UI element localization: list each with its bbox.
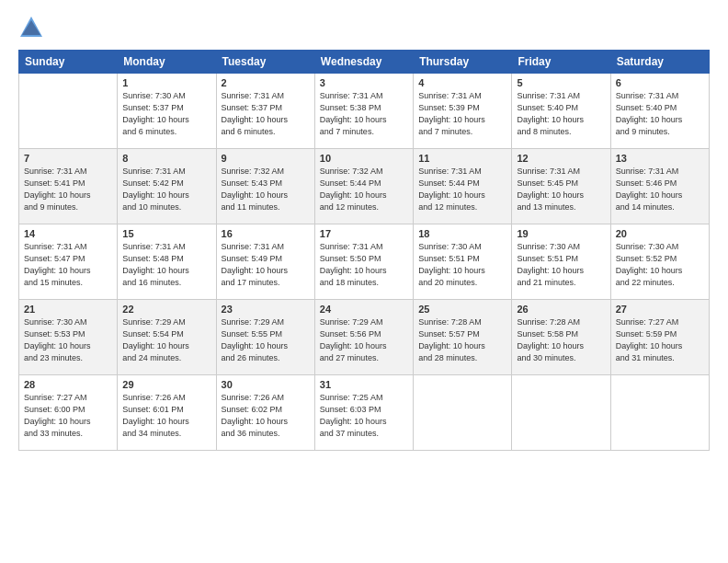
logo-icon bbox=[18, 15, 44, 40]
cell-info: Sunrise: 7:25 AM Sunset: 6:03 PM Dayligh… bbox=[320, 392, 408, 440]
cell-info: Sunrise: 7:31 AM Sunset: 5:39 PM Dayligh… bbox=[418, 90, 506, 138]
day-number: 8 bbox=[122, 153, 210, 164]
day-number: 7 bbox=[24, 153, 112, 164]
cell-info: Sunrise: 7:27 AM Sunset: 5:59 PM Dayligh… bbox=[616, 316, 704, 364]
weekday-header: Monday bbox=[118, 51, 216, 74]
day-number: 10 bbox=[320, 153, 408, 164]
day-number: 2 bbox=[222, 77, 310, 88]
cell-info: Sunrise: 7:31 AM Sunset: 5:49 PM Dayligh… bbox=[222, 241, 310, 289]
day-number: 13 bbox=[616, 153, 704, 164]
cell-info: Sunrise: 7:31 AM Sunset: 5:46 PM Dayligh… bbox=[616, 166, 704, 213]
day-number: 23 bbox=[222, 304, 310, 315]
weekday-header: Saturday bbox=[610, 51, 709, 74]
cell-info: Sunrise: 7:31 AM Sunset: 5:40 PM Dayligh… bbox=[616, 90, 704, 138]
header-row: SundayMondayTuesdayWednesdayThursdayFrid… bbox=[19, 51, 710, 74]
day-number: 11 bbox=[418, 153, 506, 164]
cell-info: Sunrise: 7:31 AM Sunset: 5:45 PM Dayligh… bbox=[517, 166, 605, 213]
weekday-header: Wednesday bbox=[314, 51, 413, 74]
calendar-cell: 27Sunrise: 7:27 AM Sunset: 5:59 PM Dayli… bbox=[610, 300, 709, 375]
cell-info: Sunrise: 7:31 AM Sunset: 5:47 PM Dayligh… bbox=[24, 241, 112, 289]
weekday-header: Sunday bbox=[19, 51, 118, 74]
calendar-cell: 18Sunrise: 7:30 AM Sunset: 5:51 PM Dayli… bbox=[414, 224, 512, 300]
calendar-cell: 28Sunrise: 7:27 AM Sunset: 6:00 PM Dayli… bbox=[19, 375, 118, 451]
calendar-cell: 23Sunrise: 7:29 AM Sunset: 5:55 PM Dayli… bbox=[216, 300, 314, 375]
calendar-cell: 30Sunrise: 7:26 AM Sunset: 6:02 PM Dayli… bbox=[216, 375, 314, 451]
calendar-cell: 2Sunrise: 7:31 AM Sunset: 5:37 PM Daylig… bbox=[216, 74, 314, 149]
weekday-header: Thursday bbox=[414, 51, 512, 74]
calendar-cell: 20Sunrise: 7:30 AM Sunset: 5:52 PM Dayli… bbox=[610, 224, 709, 300]
cell-info: Sunrise: 7:31 AM Sunset: 5:38 PM Dayligh… bbox=[320, 90, 408, 138]
calendar-cell: 24Sunrise: 7:29 AM Sunset: 5:56 PM Dayli… bbox=[314, 300, 413, 375]
calendar-cell: 9Sunrise: 7:32 AM Sunset: 5:43 PM Daylig… bbox=[216, 149, 314, 224]
calendar-week-row: 7Sunrise: 7:31 AM Sunset: 5:41 PM Daylig… bbox=[19, 149, 710, 224]
cell-info: Sunrise: 7:31 AM Sunset: 5:40 PM Dayligh… bbox=[517, 90, 605, 138]
cell-info: Sunrise: 7:30 AM Sunset: 5:37 PM Dayligh… bbox=[122, 90, 210, 138]
calendar-week-row: 1Sunrise: 7:30 AM Sunset: 5:37 PM Daylig… bbox=[19, 74, 710, 149]
calendar-week-row: 21Sunrise: 7:30 AM Sunset: 5:53 PM Dayli… bbox=[19, 300, 710, 375]
calendar-cell: 17Sunrise: 7:31 AM Sunset: 5:50 PM Dayli… bbox=[314, 224, 413, 300]
cell-info: Sunrise: 7:26 AM Sunset: 6:02 PM Dayligh… bbox=[222, 392, 310, 440]
cell-info: Sunrise: 7:31 AM Sunset: 5:48 PM Dayligh… bbox=[122, 241, 210, 289]
calendar-cell: 12Sunrise: 7:31 AM Sunset: 5:45 PM Dayli… bbox=[512, 149, 610, 224]
page: SundayMondayTuesdayWednesdayThursdayFrid… bbox=[0, 0, 728, 563]
cell-info: Sunrise: 7:30 AM Sunset: 5:53 PM Dayligh… bbox=[24, 316, 112, 364]
day-number: 26 bbox=[517, 304, 605, 315]
calendar-cell: 6Sunrise: 7:31 AM Sunset: 5:40 PM Daylig… bbox=[610, 74, 709, 149]
day-number: 6 bbox=[616, 77, 704, 88]
svg-marker-1 bbox=[22, 20, 40, 35]
cell-info: Sunrise: 7:31 AM Sunset: 5:42 PM Dayligh… bbox=[122, 166, 210, 213]
cell-info: Sunrise: 7:29 AM Sunset: 5:56 PM Dayligh… bbox=[320, 316, 408, 364]
day-number: 4 bbox=[418, 77, 506, 88]
day-number: 15 bbox=[122, 228, 210, 239]
day-number: 14 bbox=[24, 228, 112, 239]
cell-info: Sunrise: 7:27 AM Sunset: 6:00 PM Dayligh… bbox=[24, 392, 112, 440]
calendar-cell: 31Sunrise: 7:25 AM Sunset: 6:03 PM Dayli… bbox=[314, 375, 413, 451]
calendar-table: SundayMondayTuesdayWednesdayThursdayFrid… bbox=[18, 50, 710, 451]
calendar-cell: 10Sunrise: 7:32 AM Sunset: 5:44 PM Dayli… bbox=[314, 149, 413, 224]
day-number: 18 bbox=[418, 228, 506, 239]
day-number: 9 bbox=[222, 153, 310, 164]
cell-info: Sunrise: 7:26 AM Sunset: 6:01 PM Dayligh… bbox=[122, 392, 210, 440]
day-number: 5 bbox=[517, 77, 605, 88]
calendar-cell: 16Sunrise: 7:31 AM Sunset: 5:49 PM Dayli… bbox=[216, 224, 314, 300]
calendar-cell: 26Sunrise: 7:28 AM Sunset: 5:58 PM Dayli… bbox=[512, 300, 610, 375]
logo bbox=[18, 15, 48, 40]
cell-info: Sunrise: 7:30 AM Sunset: 5:51 PM Dayligh… bbox=[418, 241, 506, 289]
calendar-cell: 4Sunrise: 7:31 AM Sunset: 5:39 PM Daylig… bbox=[414, 74, 512, 149]
calendar-cell: 21Sunrise: 7:30 AM Sunset: 5:53 PM Dayli… bbox=[19, 300, 118, 375]
calendar-cell: 14Sunrise: 7:31 AM Sunset: 5:47 PM Dayli… bbox=[19, 224, 118, 300]
cell-info: Sunrise: 7:28 AM Sunset: 5:58 PM Dayligh… bbox=[517, 316, 605, 364]
day-number: 21 bbox=[24, 304, 112, 315]
day-number: 28 bbox=[24, 379, 112, 390]
calendar-cell: 25Sunrise: 7:28 AM Sunset: 5:57 PM Dayli… bbox=[414, 300, 512, 375]
calendar-cell: 8Sunrise: 7:31 AM Sunset: 5:42 PM Daylig… bbox=[118, 149, 216, 224]
calendar-cell bbox=[19, 74, 118, 149]
cell-info: Sunrise: 7:32 AM Sunset: 5:43 PM Dayligh… bbox=[222, 166, 310, 213]
day-number: 27 bbox=[616, 304, 704, 315]
day-number: 22 bbox=[122, 304, 210, 315]
day-number: 12 bbox=[517, 153, 605, 164]
calendar-cell: 19Sunrise: 7:30 AM Sunset: 5:51 PM Dayli… bbox=[512, 224, 610, 300]
calendar-cell: 1Sunrise: 7:30 AM Sunset: 5:37 PM Daylig… bbox=[118, 74, 216, 149]
day-number: 3 bbox=[320, 77, 408, 88]
day-number: 31 bbox=[320, 379, 408, 390]
cell-info: Sunrise: 7:30 AM Sunset: 5:52 PM Dayligh… bbox=[616, 241, 704, 289]
calendar-cell: 29Sunrise: 7:26 AM Sunset: 6:01 PM Dayli… bbox=[118, 375, 216, 451]
cell-info: Sunrise: 7:30 AM Sunset: 5:51 PM Dayligh… bbox=[517, 241, 605, 289]
calendar-cell: 7Sunrise: 7:31 AM Sunset: 5:41 PM Daylig… bbox=[19, 149, 118, 224]
day-number: 1 bbox=[122, 77, 210, 88]
calendar-week-row: 14Sunrise: 7:31 AM Sunset: 5:47 PM Dayli… bbox=[19, 224, 710, 300]
weekday-header: Tuesday bbox=[216, 51, 314, 74]
cell-info: Sunrise: 7:31 AM Sunset: 5:44 PM Dayligh… bbox=[418, 166, 506, 213]
calendar-cell bbox=[414, 375, 512, 451]
day-number: 30 bbox=[222, 379, 310, 390]
weekday-header: Friday bbox=[512, 51, 610, 74]
calendar-cell: 13Sunrise: 7:31 AM Sunset: 5:46 PM Dayli… bbox=[610, 149, 709, 224]
day-number: 29 bbox=[122, 379, 210, 390]
calendar-cell: 15Sunrise: 7:31 AM Sunset: 5:48 PM Dayli… bbox=[118, 224, 216, 300]
cell-info: Sunrise: 7:28 AM Sunset: 5:57 PM Dayligh… bbox=[418, 316, 506, 364]
day-number: 24 bbox=[320, 304, 408, 315]
cell-info: Sunrise: 7:29 AM Sunset: 5:54 PM Dayligh… bbox=[122, 316, 210, 364]
day-number: 20 bbox=[616, 228, 704, 239]
cell-info: Sunrise: 7:31 AM Sunset: 5:50 PM Dayligh… bbox=[320, 241, 408, 289]
